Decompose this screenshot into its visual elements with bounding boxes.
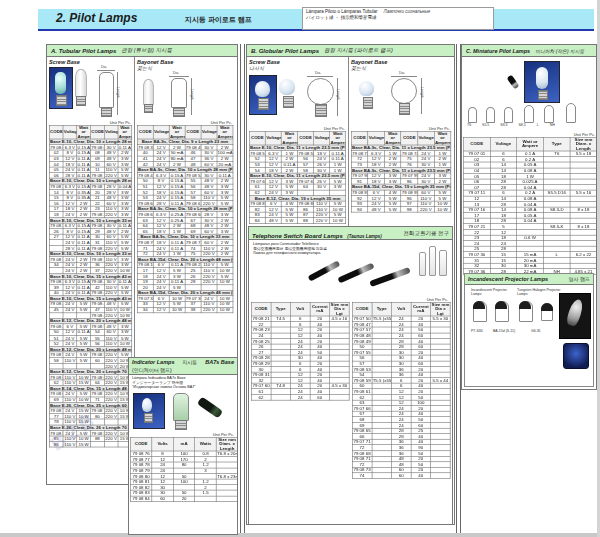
- table-group-title: Base BA-9s, Clear, Dia. 11 x Length 23.5…: [351, 145, 450, 151]
- section-b-header: B. Globular Pilot Lamps 원형 지시등 (파이로트 램프): [247, 45, 454, 57]
- table-row: 79 07 50T5.5 (x55)24205.5 x 30: [352, 316, 450, 322]
- table-cell: 110 V: [201, 195, 217, 201]
- table-cell: 50 mA: [169, 150, 185, 156]
- table-group-title: Base E-10, Clear, Dia. 10 x Length 28 mm…: [49, 178, 131, 184]
- telephone-header: Telephone Switch Board Lamps (Taunus Lam…: [249, 227, 452, 240]
- telephone-lamp-upright: [439, 250, 447, 276]
- data-table: CODETypeVoltCurrent mASize mm Dia x Lgt7…: [352, 302, 450, 479]
- table-cell: 79 08 35: [90, 257, 104, 263]
- table-cell: 0.11 A: [330, 156, 346, 162]
- tubular-screw-images: Dia. Length: [49, 65, 132, 119]
- column-header: Watt or Ampere: [77, 125, 91, 139]
- table-cell: 79 08 44: [49, 302, 63, 308]
- type-label: S8.3: [500, 123, 507, 127]
- column-header: Watts: [195, 437, 216, 451]
- table-cell: 79 08 73: [185, 240, 201, 246]
- table-cell: 79 08 61: [49, 374, 63, 380]
- table-cell: T6.8 x 23mm: [216, 474, 238, 480]
- table-cell: 79 08 49: [352, 338, 372, 344]
- type-label: T6: [467, 123, 471, 127]
- column-header: Volt: [391, 302, 411, 316]
- table-cell: 79 08 13: [49, 184, 63, 190]
- table-cell: 0.11 A: [169, 245, 185, 251]
- miniature-table: CODEVoltageWatt or AmpereTypeSize mm Dia…: [462, 137, 597, 275]
- table-cell: 12 V: [153, 307, 169, 313]
- table-group-title: Base E-10, Clear, Dia. 15 x Length 43 mm…: [49, 296, 131, 302]
- table-cell: [104, 442, 118, 448]
- section-c-title: C. Miniature Pilot Lamps: [466, 48, 530, 54]
- telephone-photos: [349, 242, 448, 294]
- table-row: 79 07 16140.08 AS8.3-D8 x 18: [463, 207, 596, 213]
- table-cell: 79 08 16: [137, 262, 153, 268]
- table-row: 79 07 301515 mAL6.2 x 22: [463, 252, 596, 258]
- table-cell: 0.15 A: [77, 150, 91, 156]
- table-cell: 79 08 91: [351, 190, 368, 196]
- telephone-tables: CODETypeVoltCurrent mASize mm Dia x Lgt7…: [249, 302, 452, 525]
- table-cell: [430, 473, 450, 479]
- dim-line: [169, 76, 189, 77]
- lamp-silhouette: [565, 298, 585, 328]
- table-cell: 10 W: [330, 218, 346, 224]
- table-cell: 110 V: [104, 257, 118, 263]
- column-header: Watt or Ampere: [217, 125, 233, 139]
- table-row: 79 08 846020: [130, 496, 237, 502]
- table-cell: 79 08 19: [90, 184, 104, 190]
- column-header: Volt: [290, 302, 310, 316]
- table-cell: 79 08 24: [90, 212, 104, 218]
- column-header: Voltage: [153, 125, 169, 139]
- mini-drawing: [486, 107, 495, 123]
- column-header: Voltage: [490, 137, 517, 151]
- table-cell: 79 08 57: [49, 352, 63, 358]
- column-header: Voltage: [201, 125, 217, 139]
- column-header: Size mm Dia x Lgt: [330, 302, 350, 316]
- table-cell: 4.5 x 30: [330, 383, 350, 389]
- table-cell: 220 V: [104, 268, 118, 274]
- table-cell: 98: [401, 207, 418, 213]
- table-cell: 94: [351, 207, 368, 213]
- globular-bayonet-table: CODEVoltageWatt or AmpereCODEVoltageWatt…: [351, 131, 451, 213]
- column-header: Voltage: [63, 125, 77, 139]
- table-cell: 220 V: [104, 380, 118, 386]
- table-cell: 79 08 55: [297, 151, 313, 157]
- table-cell: 0.11 A: [77, 234, 91, 240]
- table-cell: 79 08 65: [352, 428, 372, 434]
- globular-lamp-drawing: [307, 78, 334, 105]
- lamp-base-shape: [175, 420, 187, 430]
- data-table: CODEVoltageWatt or AmpereCODEVoltageWatt…: [137, 125, 233, 313]
- column-header: Size mm Diam. x Length: [216, 437, 238, 451]
- length-dim-label: Length: [420, 87, 424, 98]
- table-cell: 220 V: [104, 363, 118, 369]
- bulb-shape: [55, 72, 66, 94]
- table-cell: 110 V: [201, 268, 217, 274]
- table-cell: 79 08 62: [137, 212, 153, 218]
- table-cell: 79 07 60: [249, 179, 265, 185]
- lamp-base-shape: [538, 90, 548, 100]
- telephone-title-korean: 전화교환기용 전구: [403, 230, 449, 237]
- indicator-subtitle-korean: (인디케이터 램프): [132, 367, 172, 373]
- column-header: Current mA: [411, 302, 431, 316]
- lamp-base-shape: [56, 95, 67, 106]
- lamp-base-drawing: [315, 104, 327, 117]
- table-cell: 220 V: [104, 245, 118, 251]
- indicator-lamps-box: Indicator Lamps 지시등 BA7s Base (인디케이터 램프)…: [128, 357, 238, 535]
- table-cell: 0.15 A: [77, 279, 91, 285]
- data-table: CODEVoltageWatt or AmpereCODEVoltageWatt…: [351, 131, 451, 213]
- table-group-title: Base E-12, Clear, Dia. 20 x Length 48 mm…: [49, 346, 131, 352]
- table-cell: 220 V: [104, 430, 118, 436]
- lamp-base-drawing: [173, 107, 185, 117]
- table-row: 622460: [251, 394, 349, 400]
- table-cell: [271, 394, 291, 400]
- table-cell: 5 W: [281, 218, 297, 224]
- mini-drawing: [544, 105, 554, 123]
- table-cell: 79 08 43: [90, 290, 104, 296]
- table-cell: 0.15 A: [169, 178, 185, 184]
- projector-lamp-drawing: [495, 301, 509, 322]
- table-row: 79 08 256.3 V0.15 A79 08 2830 V0.11 A: [49, 223, 131, 229]
- data-table: CODETypeVoltCurrent mASize mm Dia x Lgt7…: [251, 302, 349, 400]
- table-cell: 10 W: [169, 307, 185, 313]
- section-a-title: A. Tubular Pilot Lamps: [51, 48, 116, 54]
- table-cell: 60: [152, 496, 173, 502]
- table-cell: 79 08 78: [130, 462, 151, 468]
- table-cell: 48 V: [265, 218, 281, 224]
- table-cell: 220 V: [104, 414, 118, 420]
